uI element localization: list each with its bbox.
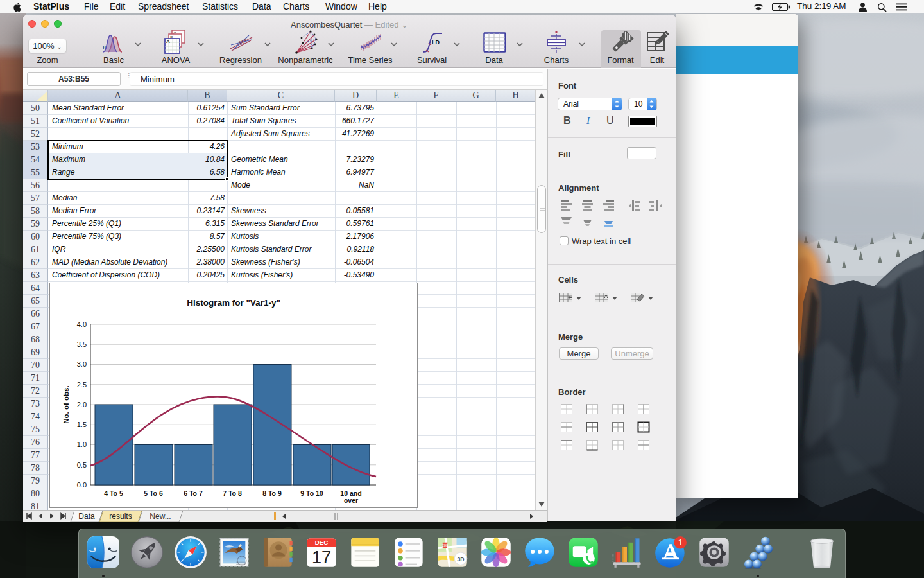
svg-text:0.5: 0.5 <box>77 461 87 469</box>
svg-text:8 To 9: 8 To 9 <box>262 489 282 497</box>
svg-text:3.5: 3.5 <box>77 340 87 348</box>
svg-text:over: over <box>344 496 358 504</box>
svg-text:New...: New... <box>150 512 171 521</box>
svg-text:3.0: 3.0 <box>77 360 87 368</box>
svg-text:9 To 10: 9 To 10 <box>300 489 323 497</box>
svg-text:2.5: 2.5 <box>77 381 87 389</box>
svg-text:μ: μ <box>103 44 106 49</box>
svg-text:Histogram for "Var1-y": Histogram for "Var1-y" <box>187 298 280 308</box>
svg-text:results: results <box>109 512 132 521</box>
svg-text:4 To 5: 4 To 5 <box>104 489 123 497</box>
svg-text:DEC: DEC <box>315 539 329 546</box>
svg-text:5 To 6: 5 To 6 <box>144 489 163 497</box>
svg-text:4.0: 4.0 <box>77 320 87 328</box>
svg-text:6 To 7: 6 To 7 <box>184 489 203 497</box>
svg-text:3D: 3D <box>457 556 464 563</box>
svg-text:No. of obs.: No. of obs. <box>62 385 70 423</box>
svg-text:A: A <box>166 39 170 44</box>
svg-text:1.5: 1.5 <box>77 421 87 428</box>
svg-text:1.0: 1.0 <box>77 441 87 448</box>
svg-text:2.0: 2.0 <box>77 401 87 408</box>
svg-text:280: 280 <box>442 543 448 547</box>
svg-text:0.0: 0.0 <box>77 481 87 489</box>
svg-text:7 To 8: 7 To 8 <box>223 489 242 497</box>
svg-text:1: 1 <box>678 538 683 547</box>
svg-text:17: 17 <box>312 547 331 567</box>
svg-text:Data: Data <box>78 512 95 521</box>
svg-text:x: x <box>240 42 242 46</box>
svg-text:x: x <box>244 38 246 42</box>
svg-text:LD: LD <box>432 39 440 46</box>
